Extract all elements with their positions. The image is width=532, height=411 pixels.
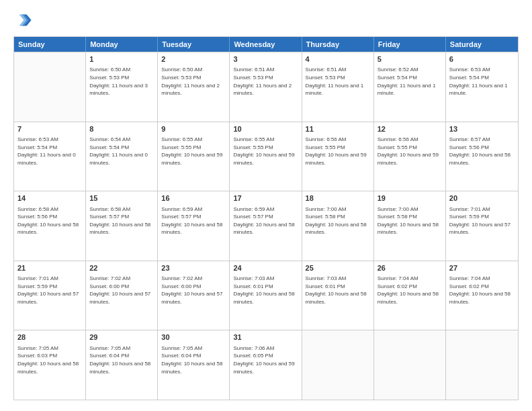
calendar-cell bbox=[14, 52, 86, 122]
page: SundayMondayTuesdayWednesdayThursdayFrid… bbox=[0, 0, 532, 411]
day-info: Sunrise: 7:04 AMSunset: 6:02 PMDaylight:… bbox=[378, 275, 442, 306]
day-info: Sunrise: 6:57 AMSunset: 5:56 PMDaylight:… bbox=[449, 136, 515, 167]
day-info: Sunrise: 6:55 AMSunset: 5:55 PMDaylight:… bbox=[233, 136, 298, 167]
day-info: Sunrise: 6:54 AMSunset: 5:54 PMDaylight:… bbox=[89, 136, 154, 167]
calendar-cell: 21Sunrise: 7:01 AMSunset: 5:59 PMDayligh… bbox=[14, 261, 86, 330]
calendar-cell: 5Sunrise: 6:52 AMSunset: 5:54 PMDaylight… bbox=[374, 52, 446, 122]
logo-icon bbox=[13, 11, 32, 30]
header-day-wednesday: Wednesday bbox=[230, 37, 302, 52]
day-info: Sunrise: 6:50 AMSunset: 5:53 PMDaylight:… bbox=[89, 66, 154, 97]
calendar-body: 1Sunrise: 6:50 AMSunset: 5:53 PMDaylight… bbox=[14, 52, 518, 400]
calendar-cell: 29Sunrise: 7:05 AMSunset: 6:04 PMDayligh… bbox=[86, 330, 158, 400]
calendar-cell: 11Sunrise: 6:56 AMSunset: 5:55 PMDayligh… bbox=[302, 122, 374, 191]
day-number: 28 bbox=[17, 332, 82, 342]
day-number: 7 bbox=[17, 124, 82, 134]
calendar-cell: 27Sunrise: 7:04 AMSunset: 6:02 PMDayligh… bbox=[446, 261, 518, 330]
day-number: 31 bbox=[233, 332, 298, 342]
calendar-cell: 14Sunrise: 6:58 AMSunset: 5:56 PMDayligh… bbox=[14, 191, 86, 261]
calendar-cell: 9Sunrise: 6:55 AMSunset: 5:55 PMDaylight… bbox=[158, 122, 230, 191]
day-info: Sunrise: 6:56 AMSunset: 5:55 PMDaylight:… bbox=[378, 136, 442, 167]
day-number: 30 bbox=[161, 332, 226, 342]
day-number: 22 bbox=[89, 263, 154, 273]
calendar-cell: 3Sunrise: 6:51 AMSunset: 5:53 PMDaylight… bbox=[230, 52, 302, 122]
logo bbox=[13, 11, 35, 30]
day-info: Sunrise: 6:59 AMSunset: 5:57 PMDaylight:… bbox=[161, 205, 226, 236]
calendar-cell bbox=[302, 330, 374, 400]
calendar-cell: 24Sunrise: 7:03 AMSunset: 6:01 PMDayligh… bbox=[230, 261, 302, 330]
day-number: 15 bbox=[89, 193, 154, 203]
calendar-header: SundayMondayTuesdayWednesdayThursdayFrid… bbox=[14, 37, 518, 52]
header-day-tuesday: Tuesday bbox=[158, 37, 230, 52]
calendar-cell: 23Sunrise: 7:02 AMSunset: 6:00 PMDayligh… bbox=[158, 261, 230, 330]
day-info: Sunrise: 7:02 AMSunset: 6:00 PMDaylight:… bbox=[89, 275, 154, 306]
calendar-cell: 30Sunrise: 7:05 AMSunset: 6:04 PMDayligh… bbox=[158, 330, 230, 400]
calendar-cell: 16Sunrise: 6:59 AMSunset: 5:57 PMDayligh… bbox=[158, 191, 230, 261]
calendar-week-2: 7Sunrise: 6:53 AMSunset: 5:54 PMDaylight… bbox=[14, 122, 518, 191]
day-info: Sunrise: 6:51 AMSunset: 5:53 PMDaylight:… bbox=[233, 66, 298, 97]
calendar-cell: 12Sunrise: 6:56 AMSunset: 5:55 PMDayligh… bbox=[374, 122, 446, 191]
day-number: 6 bbox=[449, 54, 515, 64]
day-number: 24 bbox=[233, 263, 298, 273]
day-info: Sunrise: 6:56 AMSunset: 5:55 PMDaylight:… bbox=[306, 136, 370, 167]
day-info: Sunrise: 7:04 AMSunset: 6:02 PMDaylight:… bbox=[449, 275, 515, 306]
day-number: 16 bbox=[161, 193, 226, 203]
calendar-week-3: 14Sunrise: 6:58 AMSunset: 5:56 PMDayligh… bbox=[14, 191, 518, 261]
day-info: Sunrise: 7:01 AMSunset: 5:59 PMDaylight:… bbox=[449, 205, 515, 236]
day-number: 9 bbox=[161, 124, 226, 134]
day-info: Sunrise: 6:52 AMSunset: 5:54 PMDaylight:… bbox=[378, 66, 442, 97]
day-number: 26 bbox=[378, 263, 442, 273]
header bbox=[13, 11, 519, 30]
day-number: 10 bbox=[233, 124, 298, 134]
day-info: Sunrise: 7:00 AMSunset: 5:58 PMDaylight:… bbox=[306, 205, 370, 236]
calendar-cell: 25Sunrise: 7:03 AMSunset: 6:01 PMDayligh… bbox=[302, 261, 374, 330]
day-info: Sunrise: 7:03 AMSunset: 6:01 PMDaylight:… bbox=[233, 275, 298, 306]
day-number: 23 bbox=[161, 263, 226, 273]
calendar-cell: 31Sunrise: 7:06 AMSunset: 6:05 PMDayligh… bbox=[230, 330, 302, 400]
header-day-sunday: Sunday bbox=[14, 37, 86, 52]
calendar-cell bbox=[446, 330, 518, 400]
header-day-saturday: Saturday bbox=[446, 37, 518, 52]
day-number: 4 bbox=[306, 54, 370, 64]
calendar: SundayMondayTuesdayWednesdayThursdayFrid… bbox=[13, 36, 519, 400]
day-info: Sunrise: 6:58 AMSunset: 5:57 PMDaylight:… bbox=[89, 205, 154, 236]
day-info: Sunrise: 7:01 AMSunset: 5:59 PMDaylight:… bbox=[17, 275, 82, 306]
day-number: 5 bbox=[378, 54, 442, 64]
day-number: 12 bbox=[378, 124, 442, 134]
calendar-week-5: 28Sunrise: 7:05 AMSunset: 6:03 PMDayligh… bbox=[14, 330, 518, 400]
day-info: Sunrise: 6:55 AMSunset: 5:55 PMDaylight:… bbox=[161, 136, 226, 167]
calendar-cell: 17Sunrise: 6:59 AMSunset: 5:57 PMDayligh… bbox=[230, 191, 302, 261]
day-info: Sunrise: 6:58 AMSunset: 5:56 PMDaylight:… bbox=[17, 205, 82, 236]
day-number: 17 bbox=[233, 193, 298, 203]
day-number: 20 bbox=[449, 193, 515, 203]
calendar-cell: 1Sunrise: 6:50 AMSunset: 5:53 PMDaylight… bbox=[86, 52, 158, 122]
day-info: Sunrise: 7:05 AMSunset: 6:03 PMDaylight:… bbox=[17, 345, 82, 375]
day-number: 29 bbox=[89, 332, 154, 342]
calendar-cell: 4Sunrise: 6:51 AMSunset: 5:53 PMDaylight… bbox=[302, 52, 374, 122]
day-info: Sunrise: 7:00 AMSunset: 5:58 PMDaylight:… bbox=[378, 205, 442, 236]
calendar-cell: 22Sunrise: 7:02 AMSunset: 6:00 PMDayligh… bbox=[86, 261, 158, 330]
day-number: 18 bbox=[306, 193, 370, 203]
day-info: Sunrise: 7:05 AMSunset: 6:04 PMDaylight:… bbox=[89, 345, 154, 375]
calendar-cell: 8Sunrise: 6:54 AMSunset: 5:54 PMDaylight… bbox=[86, 122, 158, 191]
calendar-cell: 20Sunrise: 7:01 AMSunset: 5:59 PMDayligh… bbox=[446, 191, 518, 261]
day-info: Sunrise: 6:53 AMSunset: 5:54 PMDaylight:… bbox=[449, 66, 515, 97]
calendar-week-1: 1Sunrise: 6:50 AMSunset: 5:53 PMDaylight… bbox=[14, 52, 518, 122]
day-number: 21 bbox=[17, 263, 82, 273]
calendar-cell: 19Sunrise: 7:00 AMSunset: 5:58 PMDayligh… bbox=[374, 191, 446, 261]
calendar-cell: 2Sunrise: 6:50 AMSunset: 5:53 PMDaylight… bbox=[158, 52, 230, 122]
day-number: 8 bbox=[89, 124, 154, 134]
day-info: Sunrise: 7:06 AMSunset: 6:05 PMDaylight:… bbox=[233, 345, 298, 375]
day-number: 13 bbox=[449, 124, 515, 134]
day-number: 1 bbox=[89, 54, 154, 64]
day-number: 2 bbox=[161, 54, 226, 64]
day-number: 11 bbox=[306, 124, 370, 134]
header-day-friday: Friday bbox=[374, 37, 446, 52]
day-info: Sunrise: 6:53 AMSunset: 5:54 PMDaylight:… bbox=[17, 136, 82, 167]
calendar-cell: 15Sunrise: 6:58 AMSunset: 5:57 PMDayligh… bbox=[86, 191, 158, 261]
day-number: 3 bbox=[233, 54, 298, 64]
day-info: Sunrise: 7:02 AMSunset: 6:00 PMDaylight:… bbox=[161, 275, 226, 306]
day-info: Sunrise: 7:03 AMSunset: 6:01 PMDaylight:… bbox=[306, 275, 370, 306]
calendar-cell: 13Sunrise: 6:57 AMSunset: 5:56 PMDayligh… bbox=[446, 122, 518, 191]
day-number: 14 bbox=[17, 193, 82, 203]
calendar-cell: 7Sunrise: 6:53 AMSunset: 5:54 PMDaylight… bbox=[14, 122, 86, 191]
